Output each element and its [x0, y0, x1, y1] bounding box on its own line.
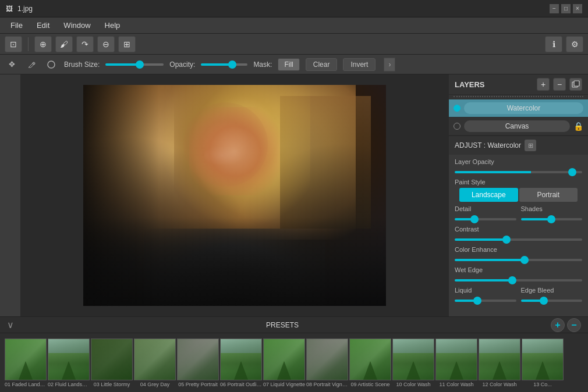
- zoom-out-button[interactable]: ⊖: [97, 36, 115, 52]
- opacity-slider[interactable]: [201, 63, 247, 66]
- presets-collapse-icon[interactable]: ∨: [7, 319, 14, 330]
- info-button[interactable]: ℹ: [545, 36, 562, 52]
- svg-point-1: [48, 61, 55, 68]
- liquid-label: Liquid: [455, 287, 516, 294]
- preset-label: 13 Co...: [522, 382, 564, 387]
- options-expand-arrow[interactable]: ›: [384, 58, 395, 72]
- canvas-area[interactable]: [21, 74, 448, 316]
- menu-edit[interactable]: Edit: [31, 19, 55, 31]
- preset-item[interactable]: 01 Faded Landscape: [5, 338, 47, 387]
- main-area: LAYERS + − Watercolor Canvas 🔒: [0, 74, 588, 316]
- add-layer-button[interactable]: +: [537, 78, 550, 91]
- adjust-header: ADJUST : Watercolor ⊞: [449, 136, 588, 155]
- preset-label: 03 Little Stormy: [91, 382, 133, 387]
- titlebar: 🖼 1.jpg − □ ×: [0, 0, 588, 17]
- layer-watercolor[interactable]: Watercolor: [449, 99, 588, 117]
- adjust-options-icon[interactable]: ⊞: [525, 140, 536, 151]
- color-enhance-row: Color Enhance: [455, 246, 582, 263]
- layer-canvas[interactable]: Canvas 🔒: [449, 117, 588, 136]
- options-bar: ✥ Brush Size: Opacity: Mask: Fill Clear …: [0, 55, 588, 74]
- liquid-col: Liquid: [455, 287, 516, 304]
- liquid-edgebleed-row: Liquid Edge Bleed: [455, 287, 582, 304]
- adjust-title: ADJUST : Watercolor: [455, 141, 521, 149]
- preset-thumbnail: [48, 338, 90, 380]
- preset-item[interactable]: 12 Color Wash: [479, 338, 520, 387]
- layer-name-canvas: Canvas: [464, 120, 570, 132]
- preset-add-button[interactable]: +: [551, 318, 565, 332]
- close-button[interactable]: ×: [573, 4, 582, 13]
- layer-opacity-label: Layer Opacity: [455, 158, 582, 165]
- contrast-slider[interactable]: [455, 238, 582, 241]
- menu-file[interactable]: File: [5, 19, 29, 31]
- eyedropper-icon[interactable]: [24, 58, 38, 72]
- menubar: File Edit Window Help: [0, 17, 588, 34]
- preset-label: 01 Faded Landscape: [5, 382, 47, 387]
- brush-size-slider[interactable]: [105, 63, 164, 66]
- wet-edge-slider[interactable]: [455, 279, 582, 281]
- preset-item[interactable]: 10 Color Wash: [392, 338, 434, 387]
- preset-thumbnail: [220, 338, 262, 380]
- detail-slider[interactable]: [455, 218, 516, 220]
- preset-thumbnail: [91, 338, 133, 380]
- layer-dot-canvas: [454, 123, 461, 130]
- presets-title: PRESETS: [266, 321, 299, 329]
- preset-item[interactable]: 07 Liquid Vignette: [263, 338, 305, 387]
- preset-item[interactable]: 08 Portrait Vignette: [306, 338, 348, 387]
- erase-icon[interactable]: [44, 58, 58, 72]
- preset-thumbnail: [177, 338, 219, 380]
- menu-window[interactable]: Window: [58, 19, 96, 31]
- edge-bleed-slider[interactable]: [521, 300, 583, 302]
- preset-item[interactable]: 04 Grey Day: [134, 338, 176, 387]
- preset-thumbnail: [306, 338, 348, 380]
- preset-thumbnail: [263, 338, 305, 380]
- restore-button[interactable]: □: [561, 4, 571, 13]
- preset-thumbnail: [435, 338, 477, 380]
- brush-tool-button[interactable]: 🖌: [55, 36, 73, 52]
- titlebar-title: 1.jpg: [17, 5, 33, 13]
- hair-highlight: [159, 85, 310, 229]
- color-enhance-slider[interactable]: [455, 259, 582, 261]
- left-dark: [83, 85, 159, 306]
- crop-tool-button[interactable]: ⊡: [5, 36, 22, 52]
- preset-thumbnail: [134, 338, 176, 380]
- edge-bleed-label: Edge Bleed: [521, 287, 583, 294]
- preset-label: 09 Artistic Scene: [349, 382, 391, 387]
- zoom-in-button[interactable]: ⊕: [34, 36, 52, 52]
- detail-shades-row: Detail Shades: [455, 205, 582, 222]
- menu-help[interactable]: Help: [99, 19, 126, 31]
- portrait-background: [83, 85, 386, 306]
- move-tool-icon[interactable]: ✥: [5, 58, 19, 72]
- liquid-slider[interactable]: [455, 300, 516, 302]
- right-panel: LAYERS + − Watercolor Canvas 🔒: [448, 74, 588, 316]
- mask-label: Mask:: [253, 60, 272, 69]
- detail-col: Detail: [455, 205, 516, 222]
- app-icon: 🖼: [6, 5, 13, 13]
- minimize-button[interactable]: −: [550, 4, 559, 13]
- preset-item[interactable]: 02 Fluid Landscape: [48, 338, 90, 387]
- preset-item[interactable]: 06 Portrait Outline: [220, 338, 262, 387]
- preset-label: 05 Pretty Portrait: [177, 382, 219, 387]
- invert-button[interactable]: Invert: [343, 58, 376, 71]
- preset-thumbnail: [392, 338, 434, 380]
- preset-item[interactable]: 05 Pretty Portrait: [177, 338, 219, 387]
- layer-opacity-slider[interactable]: [455, 171, 582, 173]
- portrait-style-button[interactable]: Portrait: [519, 188, 578, 202]
- preset-item[interactable]: 13 Co...: [522, 338, 564, 387]
- mask-fill-button[interactable]: Fill: [278, 58, 299, 71]
- preset-remove-button[interactable]: −: [567, 318, 581, 332]
- preset-item[interactable]: 03 Little Stormy: [91, 338, 133, 387]
- settings-button[interactable]: ⚙: [566, 36, 583, 52]
- redo-button[interactable]: ↷: [76, 36, 94, 52]
- frame-button[interactable]: ⊞: [118, 36, 136, 52]
- landscape-style-button[interactable]: Landscape: [459, 188, 518, 202]
- preset-item[interactable]: 09 Artistic Scene: [349, 338, 391, 387]
- preset-item[interactable]: 11 Color Wash: [435, 338, 477, 387]
- preset-label: 10 Color Wash: [392, 382, 434, 387]
- toolbar-separator-1: [28, 37, 29, 51]
- duplicate-layer-button[interactable]: [569, 78, 582, 91]
- shades-slider[interactable]: [521, 218, 583, 220]
- left-toolbar: [0, 74, 21, 316]
- clear-button[interactable]: Clear: [306, 58, 338, 71]
- paint-style-label: Paint Style: [455, 179, 582, 186]
- remove-layer-button[interactable]: −: [553, 78, 566, 91]
